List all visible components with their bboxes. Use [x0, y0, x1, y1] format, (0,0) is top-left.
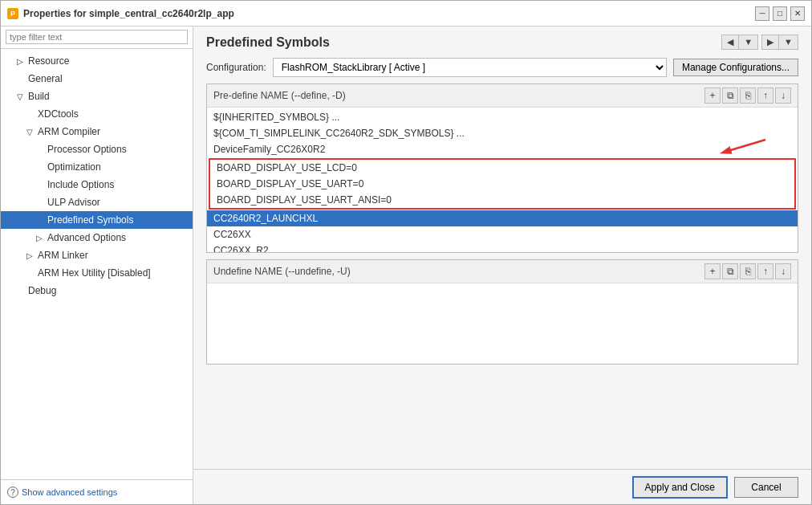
content-area: ▷ Resource General ▽ Build XDCtools ▽ [1, 26, 811, 504]
forward-arrow-button[interactable]: ▼ [779, 35, 798, 49]
panel-header: Predefined Symbols ◀ ▼ ▶ ▼ [193, 26, 811, 55]
expand-advanced-icon: ▷ [36, 234, 44, 242]
back-button[interactable]: ◀ [722, 35, 739, 49]
title-bar: P Properties for simple_central_cc2640r2… [1, 1, 811, 26]
show-advanced-bar: ? Show advanced settings [1, 479, 193, 504]
title-bar-controls: ─ □ ✕ [755, 6, 805, 21]
undefine-section-label: Undefine NAME (--undefine, -U) [213, 266, 351, 277]
right-panel: Predefined Symbols ◀ ▼ ▶ ▼ Configuration… [193, 26, 811, 504]
undefine-toolbar: + ⧉ ⎘ ↑ ↓ [704, 263, 791, 279]
tree-item-arm-compiler-label: ARM Compiler [38, 126, 100, 137]
undefine-paste-button[interactable]: ⎘ [740, 263, 756, 279]
undefine-up-button[interactable]: ↑ [757, 263, 773, 279]
properties-window: P Properties for simple_central_cc2640r2… [0, 0, 812, 505]
config-label: Configuration: [206, 62, 266, 73]
apply-close-button[interactable]: Apply and Close [632, 476, 728, 499]
tree-item-general-label: General [28, 73, 63, 84]
predefine-section-header: Pre-define NAME (--define, -D) + ⧉ ⎘ ↑ ↓ [207, 84, 798, 108]
predefine-section: Pre-define NAME (--define, -D) + ⧉ ⎘ ↑ ↓ [206, 83, 798, 253]
tree-item-advanced-label: Advanced Options [47, 232, 126, 243]
window-icon: P [7, 8, 18, 19]
tree-item-xdctools-label: XDCtools [38, 108, 79, 120]
symbols-list: ${INHERITED_SYMBOLS} ... ${COM_TI_SIMPLE… [207, 108, 798, 252]
manage-configurations-button[interactable]: Manage Configurations... [673, 59, 798, 76]
cancel-button[interactable]: Cancel [734, 477, 798, 498]
show-advanced-link[interactable]: Show advanced settings [22, 487, 117, 497]
undefine-section: Undefine NAME (--undefine, -U) + ⧉ ⎘ ↑ ↓ [206, 259, 798, 364]
tree-item-ulp-advisor[interactable]: ULP Advisor [1, 193, 193, 211]
expand-arm-icon: ▽ [26, 128, 35, 136]
predefine-down-button[interactable]: ↓ [775, 88, 791, 104]
symbol-device-family[interactable]: DeviceFamily_CC26X0R2 [207, 141, 798, 157]
left-panel: ▷ Resource General ▽ Build XDCtools ▽ [1, 26, 193, 504]
symbols-wrapper: ${INHERITED_SYMBOLS} ... ${COM_TI_SIMPLE… [207, 108, 798, 252]
expand-linker-icon: ▷ [26, 251, 35, 260]
predefine-paste-button[interactable]: ⎘ [740, 88, 756, 104]
tree-item-arm-linker-label: ARM Linker [38, 250, 88, 261]
undefine-add-button[interactable]: + [704, 263, 721, 279]
filter-container [1, 26, 193, 49]
forward-nav-group: ▶ ▼ [761, 35, 798, 50]
main-content: Pre-define NAME (--define, -D) + ⧉ ⎘ ↑ ↓ [193, 83, 811, 469]
tree-item-processor-label: Processor Options [47, 144, 127, 155]
tree-item-arm-linker[interactable]: ▷ ARM Linker [1, 246, 193, 264]
close-button[interactable]: ✕ [790, 6, 805, 21]
tree-area: ▷ Resource General ▽ Build XDCtools ▽ [1, 49, 193, 479]
tree-item-xdctools[interactable]: XDCtools [1, 105, 193, 123]
back-arrow-button[interactable]: ▼ [739, 35, 757, 49]
window-title: Properties for simple_central_cc2640r2lp… [23, 8, 234, 19]
highlighted-symbols-group: BOARD_DISPLAY_USE_LCD=0 BOARD_DISPLAY_US… [209, 158, 796, 210]
nav-arrows: ◀ ▼ ▶ ▼ [721, 35, 798, 50]
tree-item-resource[interactable]: ▷ Resource [1, 52, 193, 70]
tree-item-general[interactable]: General [1, 70, 193, 88]
help-icon[interactable]: ? [7, 487, 18, 498]
undefine-copy-button[interactable]: ⧉ [722, 263, 738, 279]
tree-item-build[interactable]: ▽ Build [1, 88, 193, 105]
predefine-up-button[interactable]: ↑ [757, 88, 773, 104]
symbol-board-uart[interactable]: BOARD_DISPLAY_USE_UART=0 [210, 176, 794, 192]
panel-title: Predefined Symbols [206, 35, 330, 50]
forward-button[interactable]: ▶ [762, 35, 779, 49]
symbol-sdk[interactable]: ${COM_TI_SIMPLELINK_CC2640R2_SDK_SYMBOLS… [207, 125, 798, 141]
symbol-inherited[interactable]: ${INHERITED_SYMBOLS} ... [207, 109, 798, 125]
tree-item-build-label: Build [28, 91, 50, 102]
filter-input[interactable] [6, 30, 188, 44]
predefine-toolbar: + ⧉ ⎘ ↑ ↓ [704, 88, 791, 104]
symbol-cc26xx[interactable]: CC26XX [207, 226, 798, 242]
predefine-section-label: Pre-define NAME (--define, -D) [213, 90, 346, 101]
tree-item-arm-compiler[interactable]: ▽ ARM Compiler [1, 123, 193, 141]
undefine-down-button[interactable]: ↓ [775, 263, 791, 279]
tree-item-processor-options[interactable]: Processor Options [1, 141, 193, 158]
tree-item-ulp-label: ULP Advisor [47, 197, 100, 208]
tree-item-debug[interactable]: Debug [1, 282, 193, 299]
tree-item-advanced-options[interactable]: ▷ Advanced Options [1, 229, 193, 246]
tree-item-resource-label: Resource [28, 55, 69, 67]
predefine-add-button[interactable]: + [704, 88, 721, 104]
tree-item-include-label: Include Options [47, 179, 114, 190]
tree-item-optimization-label: Optimization [47, 161, 101, 173]
symbol-board-lcd[interactable]: BOARD_DISPLAY_USE_LCD=0 [210, 160, 794, 176]
config-select[interactable]: FlashROM_StackLibrary [ Active ] [273, 58, 667, 77]
tree-item-debug-label: Debug [28, 285, 56, 296]
tree-item-arm-hex-utility[interactable]: ARM Hex Utility [Disabled] [1, 264, 193, 282]
predefine-copy-button[interactable]: ⧉ [722, 88, 738, 104]
expand-build-icon: ▽ [17, 92, 25, 101]
back-nav-group: ◀ ▼ [721, 35, 758, 50]
bottom-bar: Apply and Close Cancel [193, 469, 811, 504]
tree-item-include-options[interactable]: Include Options [1, 176, 193, 193]
symbol-cc2640r2-launchxl[interactable]: CC2640R2_LAUNCHXL [207, 210, 798, 226]
minimize-button[interactable]: ─ [755, 6, 769, 21]
tree-item-predefined-label: Predefined Symbols [47, 214, 133, 226]
symbol-cc26xx-r2[interactable]: CC26XX_R2 [207, 242, 798, 252]
undefine-list [207, 283, 798, 364]
undefine-section-header: Undefine NAME (--undefine, -U) + ⧉ ⎘ ↑ ↓ [207, 260, 798, 283]
tree-item-predefined-symbols[interactable]: Predefined Symbols [1, 211, 193, 229]
symbol-board-uart-ansi[interactable]: BOARD_DISPLAY_USE_UART_ANSI=0 [210, 192, 794, 208]
expand-resource-icon: ▷ [17, 57, 25, 66]
title-bar-left: P Properties for simple_central_cc2640r2… [7, 8, 234, 19]
maximize-button[interactable]: □ [773, 6, 787, 21]
tree-item-optimization[interactable]: Optimization [1, 158, 193, 176]
config-bar: Configuration: FlashROM_StackLibrary [ A… [193, 55, 811, 80]
tree-item-arm-hex-label: ARM Hex Utility [Disabled] [38, 267, 151, 279]
